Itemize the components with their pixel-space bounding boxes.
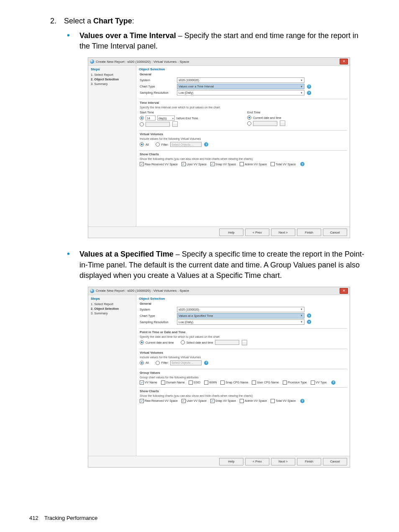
finish-button[interactable]: Finish (297, 458, 321, 465)
info-icon[interactable]: ? (300, 162, 304, 166)
start-unit-dropdown[interactable]: day(s)▾ (157, 116, 175, 121)
app-icon (90, 289, 94, 293)
chk-vv-type[interactable] (311, 380, 315, 385)
chk-total-vv[interactable] (271, 399, 275, 403)
chk-vv-name[interactable] (140, 380, 144, 385)
chk-raw-reserved[interactable] (140, 399, 144, 403)
close-icon[interactable]: ✕ (340, 59, 348, 64)
bullet-dot: • (67, 31, 79, 40)
calendar-icon[interactable] (280, 121, 285, 126)
dialog-title: Create New Report : s020 (1000020) : Vir… (96, 289, 189, 293)
dialog-2: Create New Report : s020 (1000020) : Vir… (88, 287, 350, 468)
chk-wwn[interactable] (204, 380, 208, 385)
step-item[interactable]: 2. Object Selection (91, 307, 133, 311)
next-button[interactable]: Next > (271, 458, 295, 465)
vv-filter-input[interactable]: Select Objects ... (170, 360, 202, 365)
system-dropdown[interactable]: s020 (1000020)▼ (177, 77, 304, 83)
start-value-input[interactable]: 14 (146, 116, 156, 121)
chk-snap-vv[interactable] (210, 162, 215, 166)
finish-button[interactable]: Finish (297, 229, 321, 236)
charts-desc: Show the following charts (you can also … (140, 157, 346, 160)
vv-all-radio[interactable] (140, 361, 144, 365)
calendar-icon[interactable] (172, 121, 178, 127)
info-icon[interactable]: ? (307, 85, 311, 89)
label-sampling: Sampling Resolution (140, 320, 175, 324)
sampling-dropdown[interactable]: Low (Daily)▼ (177, 90, 304, 95)
section-title-general: General (140, 302, 346, 306)
chk-provision-type[interactable] (283, 380, 287, 385)
charts-desc: Show the following charts (you can also … (140, 394, 346, 397)
help-button[interactable]: Help (219, 229, 243, 236)
prev-button[interactable]: < Prev (245, 229, 269, 236)
vv-filter-input[interactable]: Select Objects ... (170, 142, 202, 147)
vv-all-radio[interactable] (140, 142, 144, 146)
step-item[interactable]: 3. Summary (91, 82, 133, 86)
chk-user-vv[interactable] (182, 399, 186, 403)
sampling-dropdown[interactable]: Low (Daily)▼ (177, 319, 304, 325)
system-dropdown[interactable]: s020 (1000020)▼ (177, 307, 304, 312)
app-icon (90, 59, 94, 64)
start-date-input[interactable] (146, 122, 170, 127)
start-relative-radio[interactable] (140, 116, 144, 120)
dialog-title: Create New Report : s020 (1000020) : Vir… (96, 60, 189, 64)
info-icon[interactable]: ? (204, 142, 208, 146)
end-time-label: End Time (247, 111, 346, 114)
vv-filter-radio[interactable] (156, 361, 160, 365)
chk-domain-name[interactable] (161, 380, 165, 385)
prev-button[interactable]: < Prev (245, 458, 269, 465)
chk-raw-reserved[interactable] (140, 162, 144, 166)
chevron-down-icon: ▾ (172, 117, 174, 120)
end-absolute-radio[interactable] (247, 121, 251, 126)
chk-ssid[interactable] (189, 380, 193, 385)
step-text-1: Select a (64, 17, 93, 25)
help-button[interactable]: Help (219, 458, 243, 465)
time-interval-desc: Specify the time interval over which to … (140, 106, 346, 109)
vv-filter-radio[interactable] (156, 142, 160, 146)
vv-filter-label: Filter: (161, 143, 169, 146)
cancel-button[interactable]: Cancel (323, 458, 347, 465)
label-chart-type: Chart Type (140, 314, 175, 318)
chk-user-cpg[interactable] (252, 380, 256, 385)
pit-select-radio[interactable] (181, 340, 185, 344)
pit-current-radio[interactable] (140, 340, 144, 344)
chk-total-vv[interactable] (271, 162, 275, 166)
steps-sidebar: Steps 1. Select Report 2. Object Selecti… (88, 295, 136, 456)
titlebar: Create New Report : s020 (1000020) : Vir… (88, 58, 350, 66)
info-icon[interactable]: ? (331, 380, 335, 385)
step-number: 2. (50, 17, 62, 26)
chart-type-dropdown[interactable]: Values at a Specified Time▼ (177, 313, 304, 319)
end-current-radio[interactable] (247, 116, 251, 120)
cancel-button[interactable]: Cancel (323, 229, 347, 236)
chart-type-dropdown[interactable]: Values over a Time Interval▼ (177, 84, 304, 89)
chk-user-vv[interactable] (182, 162, 186, 166)
info-icon[interactable]: ? (307, 314, 311, 318)
start-absolute-radio[interactable] (140, 122, 144, 126)
vv-all-label: All (146, 143, 149, 146)
pit-date-input[interactable] (215, 340, 239, 345)
calendar-icon[interactable] (242, 340, 247, 345)
chevron-down-icon: ▼ (300, 321, 303, 323)
end-date-input[interactable] (253, 121, 277, 126)
info-icon[interactable]: ? (204, 361, 208, 365)
info-icon[interactable]: ? (307, 320, 311, 324)
next-button[interactable]: Next > (271, 229, 295, 236)
chevron-down-icon: ▼ (300, 85, 303, 88)
info-icon[interactable]: ? (307, 91, 311, 95)
section-title-time-interval: Time Interval (140, 101, 346, 105)
step-item[interactable]: 1. Select Report (91, 73, 133, 77)
chk-snap-cpg[interactable] (220, 380, 225, 385)
bullet2-bold: Values at a Specified Time (79, 250, 174, 258)
close-icon[interactable]: ✕ (340, 288, 348, 294)
page-footer: 412 Tracking Performance (29, 515, 97, 521)
chk-snap-vv[interactable] (210, 399, 215, 403)
start-time-label: Start Time (140, 111, 239, 114)
info-icon[interactable]: ? (300, 399, 304, 403)
vv-all-label: All (146, 361, 149, 364)
chk-admin-vv[interactable] (240, 399, 244, 403)
button-bar: Help < Prev Next > Finish Cancel (88, 226, 350, 238)
step-item[interactable]: 2. Object Selection (91, 77, 133, 81)
step-item[interactable]: 1. Select Report (91, 302, 133, 306)
step-line: 2. Select a Chart Type: (50, 17, 370, 26)
chk-admin-vv[interactable] (240, 162, 244, 166)
step-item[interactable]: 3. Summary (91, 311, 133, 315)
